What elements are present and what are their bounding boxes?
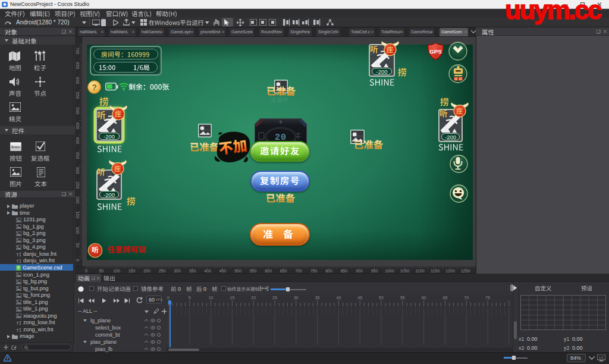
- svg-text:?: ?: [92, 83, 97, 92]
- svg-text:1.0: 1.0: [599, 356, 603, 359]
- svg-text:Button: Button: [11, 145, 20, 149]
- svg-text:GPS: GPS: [429, 48, 442, 55]
- svg-text:T: T: [16, 328, 19, 332]
- svg-text:T: T: [16, 252, 19, 257]
- svg-text:T: T: [16, 321, 19, 325]
- svg-text:T: T: [16, 259, 19, 263]
